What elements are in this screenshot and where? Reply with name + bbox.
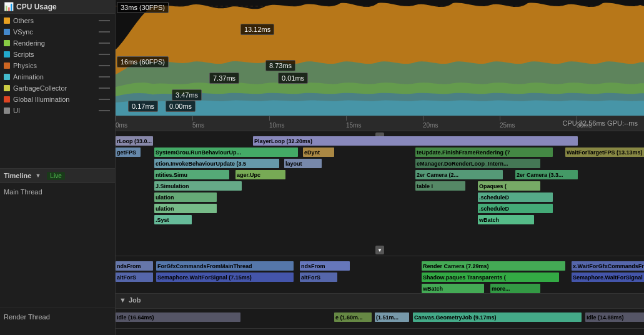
timeline-bar[interactable]: aitForS (300, 272, 337, 282)
legend-bar (99, 74, 111, 80)
timeline-bar[interactable]: rLoop (33.0... (116, 136, 153, 146)
legend-item-rendering: Rendering (0, 38, 115, 49)
timeline-bar[interactable]: ction.InvokeBehaviourUpdate (3.5 (154, 159, 279, 168)
legend-bar (99, 96, 111, 102)
legend-bar-line (99, 42, 110, 44)
cpu-header: 📊 CPU Usage (0, 0, 115, 14)
timeline-bar[interactable]: ager.Upc (235, 170, 285, 179)
timeline-bar[interactable]: Canvas.GeometryJob (9.17ms) (413, 312, 582, 322)
timeline-bar[interactable]: eManager.DoRenderLoop_Intern... (415, 159, 540, 168)
timeline-bar[interactable]: Idle (14.88ms) (585, 312, 644, 322)
timeline-bar[interactable]: Semaphore.WaitForSignal (10.42ms) (572, 272, 644, 282)
time-marker-20ms: 20ms (423, 122, 438, 129)
legend-bar (99, 85, 111, 91)
legend-bar (99, 18, 111, 24)
timeline-bar[interactable]: Semaphore.WaitForSignal (7.15ms) (156, 272, 294, 282)
timeline-bar[interactable]: more... (490, 284, 540, 293)
chart-label-873: 8.73ms (265, 60, 295, 71)
chart-label-017: 0.17ms (128, 101, 158, 112)
timeline-bar[interactable]: eDynt (303, 148, 334, 157)
timeline-bar[interactable]: Opaques ( (478, 181, 540, 191)
legend-item-global-illumination: Global Illumination (0, 94, 115, 105)
timeline-bar[interactable]: ndsFrom (116, 261, 153, 271)
timeline-bar[interactable]: Shadow.paques Transparents ( (422, 272, 559, 282)
render-thread-label: Render Thread (4, 313, 50, 321)
main-thread-section: ▲ rLoop (33.0...getFPSPlayerLoop (32.20m… (116, 131, 644, 256)
main-thread-label-row: Main Thread (0, 183, 115, 308)
legend-color-dot (4, 62, 10, 69)
legend-bar-line (99, 110, 110, 111)
chart-label-1312: 13.12ms (240, 24, 274, 35)
timeline-bar[interactable]: PlayerLoop (32.20ms) (253, 136, 578, 146)
timeline-bar[interactable]: x.WaitForGfxCommandsFromMainThread (10.4… (572, 261, 644, 271)
timeline-bar[interactable]: table I (415, 181, 465, 191)
timeline-bar[interactable]: .Syst (154, 215, 192, 224)
legend-bar-line (99, 76, 110, 78)
legend-bar-line (99, 65, 110, 66)
chart-label-001: 0.01ms (278, 72, 308, 84)
legend-bar-line (99, 88, 110, 89)
job-chevron-icon: ▼ (119, 296, 126, 304)
legend-item-ui: UI (0, 105, 115, 116)
right-panel: 33ms (30FPS) 13.12ms 16ms (60FPS) 8.73ms… (116, 0, 644, 335)
chart-area: 33ms (30FPS) 13.12ms 16ms (60FPS) 8.73ms… (116, 0, 644, 116)
chart-label-737: 7.37ms (209, 72, 239, 84)
timeline-bar[interactable]: 2er Camera (2... (415, 170, 503, 179)
render-thread-section: ndsFromaitForSForGfxCommandsFromMainThre… (116, 256, 644, 294)
timeline-bar[interactable]: layout (284, 159, 322, 168)
timeline-bar[interactable]: Render Camera (7.29ms) (422, 261, 565, 271)
legend-bar-line (99, 20, 110, 21)
legend-bar (99, 29, 111, 35)
timeline-label: Timeline (4, 172, 31, 179)
legend-color-dot (4, 85, 10, 91)
chart-label-16ms: 16ms (60FPS) (117, 56, 169, 68)
chart-label-347: 3.47ms (172, 89, 202, 101)
legend-bar (99, 62, 111, 69)
chart-label-000: 0.00ms (166, 101, 196, 112)
timeline-bar[interactable]: ForGfxCommandsFromMainThread (156, 261, 294, 271)
timeline-bar[interactable]: SystemGrou.RunBehaviourUp... (154, 148, 298, 157)
legend-label-text: VSync (13, 28, 96, 36)
legend-label-text: UI (13, 107, 96, 114)
legend-label-text: Animation (13, 73, 96, 81)
legend-label-text: Others (13, 17, 96, 24)
timeline-bar[interactable]: ulation (154, 192, 217, 202)
timeline-bar[interactable]: wBatch (478, 215, 534, 224)
timeline-bar[interactable]: J.Simulation (154, 181, 242, 191)
timeline-bar[interactable]: wBatch (422, 284, 484, 293)
timeline-bar[interactable]: 2er Camera (3.3... (515, 170, 578, 179)
legend-item-scripts: Scripts (0, 49, 115, 60)
timeline-bar[interactable]: (1.51m... (375, 312, 409, 322)
live-badge: Live (47, 172, 64, 180)
scroll-down-arrow[interactable]: ▼ (375, 246, 384, 254)
render-thread-label-row: Render Thread (0, 308, 115, 335)
timeline-bar[interactable]: ntities.Simu (154, 170, 229, 179)
timeline-bar[interactable]: Idle (16.64ms) (116, 312, 240, 322)
legend-item-vsync: VSync (0, 26, 115, 38)
time-marker-10ms: 10ms (269, 122, 284, 129)
job-toggle[interactable]: ▼ Job (116, 294, 644, 306)
timeline-bar[interactable]: ndsFrom (300, 261, 350, 271)
timeline-bar[interactable]: .scheduleD (478, 204, 553, 213)
legend-item-physics: Physics (0, 60, 115, 71)
job-section-label: Job (129, 296, 141, 304)
cpu-icon: 📊 (4, 2, 14, 11)
legend-bar (99, 51, 111, 58)
timeline-bar[interactable]: e (1.60m... (334, 312, 372, 322)
time-marker-25ms: 25ms (500, 122, 515, 129)
timeline-bar[interactable]: WaitForTargetFPS (13.13ms) (565, 148, 644, 157)
legend-color-dot (4, 29, 10, 35)
legend-area: Others VSync Rendering Scripts Physics A… (0, 14, 115, 168)
legend-label-text: Global Illumination (13, 96, 96, 103)
job-header-section[interactable]: ▼ Job (116, 294, 644, 309)
timeline-bar[interactable]: teUpdate.FinishFrameRendering (7 (415, 148, 553, 157)
timeline-bar[interactable]: aitForS (116, 272, 153, 282)
legend-color-dot (4, 51, 10, 58)
time-marker-0ms: 0ms (116, 122, 127, 129)
timeline-bar[interactable]: getFPS (116, 148, 141, 157)
timeline-bar[interactable]: .scheduleD (478, 192, 553, 202)
legend-label-text: Rendering (13, 39, 96, 47)
legend-color-dot (4, 96, 10, 102)
time-marker-5ms: 5ms (192, 122, 204, 129)
timeline-bar[interactable]: ulation (154, 204, 217, 213)
